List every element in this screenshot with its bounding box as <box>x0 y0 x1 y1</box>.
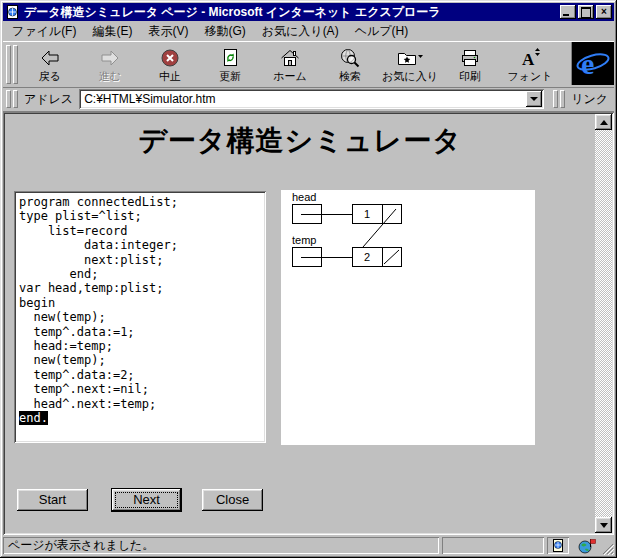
status-bar: ページが表示されました。 <box>3 535 614 555</box>
font-button[interactable]: A フォント <box>500 42 560 87</box>
start-button[interactable]: Start <box>17 489 88 511</box>
code-selected-text: end. <box>19 411 48 425</box>
toolbar-grip2[interactable] <box>13 45 18 84</box>
forward-icon <box>99 47 121 69</box>
address-dropdown-button[interactable] <box>526 91 542 107</box>
code-textarea[interactable]: program connectedList; type plist=^list;… <box>14 191 266 443</box>
arrow-up-icon <box>600 120 608 125</box>
refresh-button[interactable]: 更新 <box>200 42 260 87</box>
page-title: データ構造シミュレータ <box>5 122 595 160</box>
globe-flag-icon <box>577 537 597 554</box>
back-button[interactable]: 戻る <box>20 42 80 87</box>
svg-text:e: e <box>581 47 594 80</box>
menu-edit[interactable]: 編集(E) <box>92 23 132 40</box>
menu-view[interactable]: 表示(V) <box>148 23 188 40</box>
stop-icon <box>159 47 181 69</box>
address-label: アドレス <box>24 91 73 108</box>
vertical-scrollbar[interactable] <box>595 114 612 533</box>
links-grip[interactable] <box>553 90 558 108</box>
search-icon <box>339 47 361 69</box>
font-icon: A <box>518 47 542 69</box>
title-bar[interactable]: データ構造シミュレータ ページ - Microsoft インターネット エクスプ… <box>3 3 614 21</box>
forward-button[interactable]: 進む <box>80 42 140 87</box>
menu-go[interactable]: 移動(G) <box>204 23 245 40</box>
window-title: データ構造シミュレータ ページ - Microsoft インターネット エクスプ… <box>24 4 560 21</box>
refresh-icon <box>219 47 241 69</box>
stop-button[interactable]: 中止 <box>140 42 200 87</box>
pointer-label: temp <box>292 234 316 246</box>
addressbar-grip2[interactable] <box>13 90 18 108</box>
toolbar-grip[interactable] <box>6 45 11 84</box>
address-field <box>79 89 544 109</box>
browser-window: データ構造シミュレータ ページ - Microsoft インターネット エクスプ… <box>0 0 617 558</box>
next-button[interactable]: Next <box>112 489 181 511</box>
content-frame: データ構造シミュレータ program connectedList; type … <box>3 112 614 535</box>
scroll-up-button[interactable] <box>595 114 612 130</box>
toolbar: 戻る 進む 中止 <box>3 41 614 88</box>
code-text: program connectedList; type plist=^list;… <box>19 195 178 411</box>
node-box <box>353 205 402 224</box>
status-panel-secondary <box>442 537 544 554</box>
menu-favorites[interactable]: お気に入り(A) <box>262 23 339 40</box>
address-input[interactable] <box>79 91 526 107</box>
status-message: ページが表示されました。 <box>3 537 439 554</box>
menu-file[interactable]: ファイル(F) <box>12 23 76 40</box>
diagram-canvas: head 1 temp 2 <box>281 190 535 445</box>
links-label[interactable]: リンク <box>571 91 608 108</box>
addressbar-grip[interactable] <box>6 90 11 108</box>
node-value: 1 <box>364 208 370 220</box>
ie-page-icon <box>552 539 565 552</box>
resize-grip[interactable] <box>601 542 614 555</box>
pointer-label: head <box>292 191 316 203</box>
focus-rectangle <box>115 492 178 508</box>
links-grip2[interactable] <box>560 90 565 108</box>
favorites-button[interactable]: お気に入り <box>380 42 440 87</box>
close-page-button[interactable]: Close <box>202 489 263 511</box>
minimize-button[interactable] <box>560 5 576 19</box>
menu-help[interactable]: ヘルプ(H) <box>355 23 409 40</box>
node-box <box>353 248 402 267</box>
print-button[interactable]: 印刷 <box>440 42 500 87</box>
status-panel-zone <box>547 537 569 554</box>
home-button[interactable]: ホーム <box>260 42 320 87</box>
document-area: データ構造シミュレータ program connectedList; type … <box>5 114 595 533</box>
print-icon <box>459 47 481 69</box>
ie-logo: e <box>571 42 614 85</box>
address-bar: アドレス リンク <box>3 87 614 112</box>
arrow-down-icon <box>600 523 608 528</box>
node-value: 2 <box>364 251 370 263</box>
ie-document-icon <box>5 5 21 19</box>
maximize-button[interactable] <box>578 5 594 19</box>
home-icon <box>279 47 301 69</box>
chevron-down-icon <box>530 97 538 101</box>
menu-bar: ファイル(F) 編集(E) 表示(V) 移動(G) お気に入り(A) ヘルプ(H… <box>3 22 614 41</box>
svg-text:A: A <box>522 50 535 69</box>
back-icon <box>39 47 61 69</box>
search-button[interactable]: 検索 <box>320 42 380 87</box>
scroll-down-button[interactable] <box>595 517 612 533</box>
favorites-icon <box>396 47 424 69</box>
close-button[interactable]: × <box>596 5 612 19</box>
